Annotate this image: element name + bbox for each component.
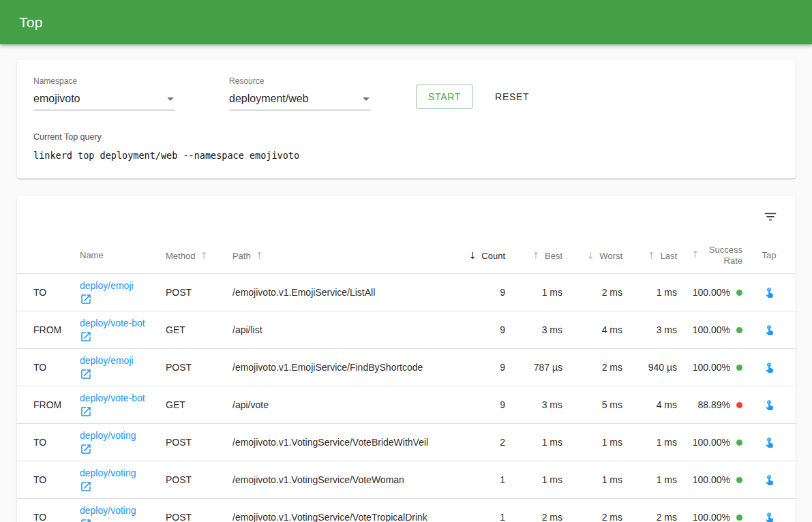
path-cell: /emojivoto.v1.EmojiService/FindByShortco… bbox=[232, 348, 455, 386]
column-header-path[interactable]: Path↑ bbox=[232, 238, 455, 273]
resource-label: Resource bbox=[229, 76, 371, 86]
column-header-tap: Tap bbox=[742, 238, 796, 273]
app-bar: Top bbox=[0, 0, 812, 44]
count-cell: 2 bbox=[455, 423, 505, 461]
last-latency-cell: 940 µs bbox=[622, 348, 677, 386]
sort-down-icon: ↓ bbox=[587, 250, 595, 261]
resource-link[interactable]: deploy/emoji bbox=[80, 280, 134, 291]
reset-button[interactable]: RESET bbox=[490, 85, 535, 108]
worst-latency-cell: 1 ms bbox=[562, 461, 622, 498]
direction-cell: FROM bbox=[17, 311, 80, 348]
tap-button[interactable] bbox=[762, 472, 777, 487]
tap-cell bbox=[742, 273, 796, 311]
resource-link[interactable]: deploy/voting bbox=[80, 505, 136, 516]
chevron-down-icon bbox=[167, 97, 174, 101]
name-cell: deploy/emoji bbox=[80, 348, 166, 386]
worst-latency-cell: 1 ms bbox=[562, 423, 622, 461]
tap-button[interactable] bbox=[762, 359, 777, 375]
column-header-method[interactable]: Method↑ bbox=[166, 238, 232, 273]
sort-down-icon: ↓ bbox=[469, 250, 477, 261]
direction-cell: TO bbox=[17, 273, 80, 311]
tap-button[interactable] bbox=[762, 322, 777, 337]
best-latency-cell: 1 ms bbox=[505, 423, 562, 461]
column-header-name: Name bbox=[80, 238, 166, 273]
resource-link[interactable]: deploy/vote-bot bbox=[80, 318, 145, 328]
open-in-new-icon[interactable] bbox=[80, 368, 92, 380]
worst-latency-cell: 4 ms bbox=[562, 311, 622, 348]
best-latency-cell: 1 ms bbox=[505, 461, 562, 498]
method-cell: POST bbox=[166, 423, 232, 461]
tap-icon bbox=[764, 361, 775, 373]
namespace-label: Namespace bbox=[33, 76, 175, 86]
success-rate-cell: 100.00% bbox=[677, 311, 742, 348]
tap-icon bbox=[764, 286, 775, 298]
tap-cell bbox=[742, 311, 796, 348]
current-query-command: linkerd top deployment/web --namespace e… bbox=[33, 150, 779, 161]
success-rate-cell: 100.00% bbox=[677, 461, 742, 498]
column-header-success-rate[interactable]: ↑Success Rate bbox=[677, 238, 742, 273]
status-dot bbox=[736, 327, 742, 333]
open-in-new-icon[interactable] bbox=[80, 443, 92, 455]
tap-button[interactable] bbox=[762, 509, 777, 522]
open-in-new-icon[interactable] bbox=[80, 405, 92, 418]
resource-link[interactable]: deploy/voting bbox=[80, 430, 136, 441]
column-header-best[interactable]: ↑Best bbox=[505, 238, 562, 273]
success-rate-cell: 100.00% bbox=[677, 348, 742, 386]
tap-icon bbox=[764, 324, 775, 335]
status-dot bbox=[736, 515, 742, 521]
tap-cell bbox=[742, 498, 796, 522]
last-latency-cell: 2 ms bbox=[622, 498, 677, 522]
path-cell: /emojivoto.v1.VotingService/VoteWoman bbox=[232, 461, 455, 498]
success-rate-cell: 100.00% bbox=[677, 423, 742, 461]
resource-link[interactable]: deploy/vote-bot bbox=[80, 393, 145, 403]
table-row: TO deploy/voting POST /emojivoto.v1.Voti… bbox=[17, 423, 796, 461]
status-dot bbox=[736, 290, 742, 296]
open-in-new-icon[interactable] bbox=[80, 480, 92, 493]
resource-link[interactable]: deploy/voting bbox=[80, 467, 136, 478]
success-rate-cell: 88.89% bbox=[677, 386, 742, 423]
last-latency-cell: 4 ms bbox=[622, 386, 677, 423]
last-latency-cell: 3 ms bbox=[622, 311, 677, 348]
start-button[interactable]: START bbox=[416, 85, 473, 109]
resource-select[interactable]: Resource deployment/web bbox=[229, 76, 371, 110]
column-header-worst[interactable]: ↓Worst bbox=[562, 238, 622, 273]
count-cell: 1 bbox=[455, 498, 505, 522]
resource-link[interactable]: deploy/emoji bbox=[80, 355, 134, 366]
open-in-new-icon[interactable] bbox=[80, 331, 92, 343]
filter-button[interactable] bbox=[760, 206, 781, 227]
direction-cell: TO bbox=[17, 461, 80, 498]
open-in-new-icon[interactable] bbox=[80, 518, 92, 522]
sort-up-icon: ↑ bbox=[691, 249, 700, 260]
path-cell: /emojivoto.v1.VotingService/VoteTropical… bbox=[232, 498, 455, 522]
sort-up-icon: ↑ bbox=[256, 250, 264, 261]
name-cell: deploy/voting bbox=[80, 461, 166, 498]
column-header-direction bbox=[17, 238, 80, 273]
last-latency-cell: 1 ms bbox=[622, 461, 677, 498]
filter-list-icon bbox=[763, 209, 778, 224]
method-cell: GET bbox=[166, 311, 232, 348]
success-rate-cell: 100.00% bbox=[677, 273, 742, 311]
current-query-label: Current Top query bbox=[33, 132, 779, 142]
table-header-row: Name Method↑ Path↑ ↓Count ↑Best bbox=[17, 238, 796, 273]
open-in-new-icon[interactable] bbox=[80, 293, 92, 305]
column-header-last[interactable]: ↑Last bbox=[622, 238, 677, 273]
path-cell: /api/list bbox=[232, 311, 455, 348]
method-cell: POST bbox=[166, 498, 232, 522]
worst-latency-cell: 2 ms bbox=[562, 498, 622, 522]
method-cell: GET bbox=[166, 386, 232, 423]
namespace-value: emojivoto bbox=[33, 93, 80, 105]
tap-button[interactable] bbox=[762, 397, 777, 412]
method-cell: POST bbox=[166, 461, 232, 498]
column-header-count[interactable]: ↓Count bbox=[455, 238, 505, 273]
path-cell: /api/vote bbox=[232, 386, 455, 423]
name-cell: deploy/voting bbox=[80, 423, 166, 461]
tap-icon bbox=[764, 399, 775, 410]
table-row: TO deploy/voting POST /emojivoto.v1.Voti… bbox=[17, 498, 796, 522]
tap-button[interactable] bbox=[762, 284, 777, 300]
tap-button[interactable] bbox=[762, 434, 777, 450]
count-cell: 1 bbox=[455, 461, 505, 498]
last-latency-cell: 1 ms bbox=[622, 423, 677, 461]
namespace-select[interactable]: Namespace emojivoto bbox=[33, 76, 175, 110]
tap-cell bbox=[742, 461, 796, 498]
tap-cell bbox=[742, 386, 796, 423]
